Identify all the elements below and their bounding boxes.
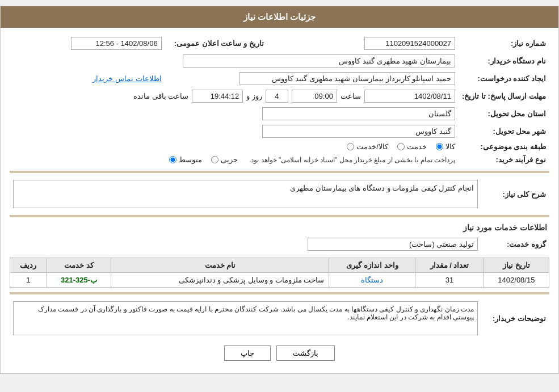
row-qty: 31 — [415, 273, 484, 288]
response-date-value: 1402/08/11 — [364, 90, 455, 103]
category-kala-khidmat-label: کالا/خدمت — [356, 142, 388, 151]
row-service-name: ساخت ملزومات و وسایل پزشکی و دندانپزشکی — [111, 273, 329, 288]
row-date: 1402/08/15 — [484, 273, 549, 288]
hours-remaining-label: ساعت باقی مانده — [133, 92, 188, 100]
need-desc-label: شرح کلی نیاز: — [481, 178, 549, 210]
response-days-value: 4 — [266, 90, 288, 103]
service-group-label: گروه خدمت: — [481, 235, 549, 253]
category-kala-label: کالا — [445, 142, 455, 151]
buyer-org-label: نام دستگاه خریدار: — [459, 52, 549, 70]
col-unit-header: واحد اندازه گیری — [329, 258, 415, 273]
buyer-contact-link[interactable]: اطلاعات تماس خریدار — [93, 74, 161, 83]
buttons-row: بازگشت چاپ — [10, 345, 549, 361]
city-label: شهر محل تحویل: — [459, 123, 549, 140]
purchase-type-label: نوع فرآیند خرید: — [459, 153, 549, 166]
need-desc-value: انجام کنترل کیفی ملزومات و دستگاه های بی… — [13, 180, 478, 208]
days-label: روز و — [246, 92, 262, 100]
category-kala-khidmat-radio[interactable] — [347, 143, 354, 150]
category-kala-khidmat[interactable]: کالا/خدمت — [347, 142, 388, 151]
service-group-value: تولید صنعتی (ساخت) — [308, 238, 478, 251]
col-qty-header: تعداد / مقدار — [415, 258, 484, 273]
back-button[interactable]: بازگشت — [276, 345, 335, 361]
response-remaining-value: 19:44:12 — [192, 90, 243, 103]
category-kala-radio[interactable] — [436, 143, 443, 150]
services-table: تاریخ نیاز تعداد / مقدار واحد اندازه گیر… — [10, 258, 549, 288]
page-title: جزئیات اطلاعات نیاز — [1, 6, 558, 28]
row-number: 1 — [10, 273, 47, 288]
announce-datetime-label: تاریخ و ساعت اعلان عمومی: — [165, 35, 267, 52]
time-label: ساعت — [341, 92, 361, 100]
section-divider-3 — [10, 292, 549, 294]
response-time-value: 09:00 — [292, 90, 337, 103]
announce-datetime-value: 1402/08/06 - 12:56 — [71, 37, 162, 50]
province-label: استان محل تحویل: — [459, 105, 549, 123]
col-date-header: تاریخ نیاز — [484, 258, 549, 273]
province-value: گلستان — [262, 107, 455, 120]
purchase-type-jozi-radio[interactable] — [211, 156, 218, 163]
purchase-note: پرداخت تمام یا بخشی از مبلغ خریدار محل "… — [249, 156, 455, 164]
city-value: گنبد کاووس — [262, 125, 455, 138]
purchase-type-jozi-label: جزیی — [221, 155, 238, 164]
services-section-title: اطلاعات خدمات مورد نیاز — [10, 223, 549, 232]
purchase-type-mote[interactable]: متوسط — [169, 155, 202, 164]
category-khidmat-label: خدمت — [407, 142, 427, 151]
table-row: 1402/08/15 31 دستگاه ساخت ملزومات و وسای… — [10, 273, 549, 288]
row-unit: دستگاه — [329, 273, 415, 288]
creator-value: حمید اسپانلو کاربرداز بیمارستان شهید مطه… — [239, 72, 455, 85]
section-divider-1 — [10, 171, 549, 173]
section-divider-2 — [10, 215, 549, 217]
category-label: طبقه بندی موضوعی: — [459, 140, 549, 153]
purchase-type-mote-radio[interactable] — [169, 156, 176, 163]
category-khidmat[interactable]: خدمت — [397, 142, 427, 151]
buyer-notes-value: مدت زمان نگهداری و کنترل کیفی دستگاهها ب… — [13, 301, 478, 335]
need-number-label: شماره نیاز: — [459, 35, 549, 52]
col-code-header: کد خدمت — [47, 258, 111, 273]
category-kala[interactable]: کالا — [436, 142, 455, 151]
col-name-header: نام خدمت — [111, 258, 329, 273]
buyer-org-value: بیمارستان شهید مطهری گنبد کاووس — [183, 54, 455, 68]
print-button[interactable]: چاپ — [224, 345, 271, 361]
col-row-header: ردیف — [10, 258, 47, 273]
services-section: اطلاعات خدمات مورد نیاز گروه خدمت: تولید… — [10, 223, 549, 288]
creator-label: ایجاد کننده درخواست: — [459, 70, 549, 87]
purchase-type-mote-label: متوسط — [179, 155, 202, 164]
category-khidmat-radio[interactable] — [397, 143, 405, 150]
row-service-code: ب-325-321 — [47, 273, 111, 288]
response-deadline-label: مهلت ارسال پاسخ: تا تاریخ: — [459, 87, 549, 105]
need-number-value: 1102091524000027 — [364, 37, 455, 50]
buyer-notes-label: توضیحات خریدار: — [481, 299, 549, 338]
purchase-type-jozi[interactable]: جزیی — [211, 155, 238, 164]
